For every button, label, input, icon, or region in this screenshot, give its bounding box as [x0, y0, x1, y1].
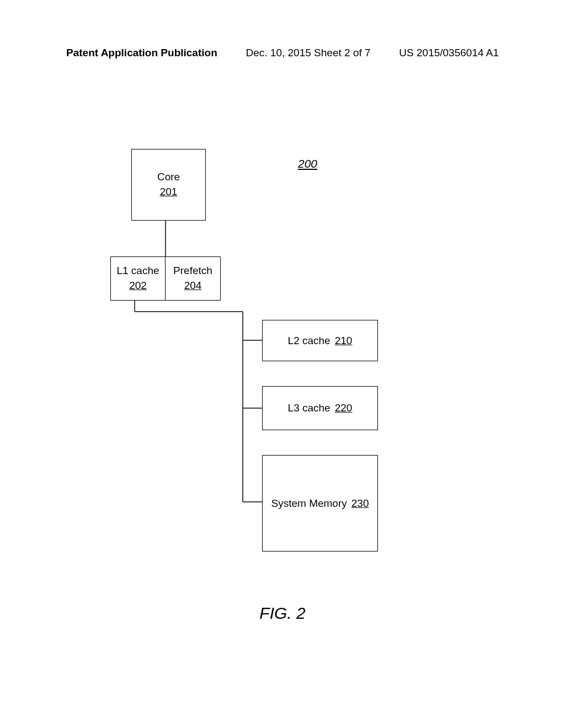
- block-sysmem-num: 230: [351, 497, 369, 510]
- block-l2-num: 210: [335, 335, 353, 347]
- page-header: Patent Application Publication Dec. 10, …: [0, 47, 565, 59]
- diagram: 200 Core 201 L1 cache 202 Prefetch 204 L…: [0, 149, 565, 590]
- block-sysmem-label: System Memory: [271, 497, 347, 510]
- figure-caption: FIG. 2: [259, 604, 305, 623]
- header-center: Dec. 10, 2015 Sheet 2 of 7: [246, 47, 371, 59]
- block-l1-label: L1 cache: [116, 264, 159, 279]
- block-prefetch-num: 204: [184, 279, 202, 293]
- block-l2-label: L2 cache: [288, 335, 331, 347]
- block-prefetch: Prefetch 204: [166, 256, 221, 301]
- block-l1-cache: L1 cache 202: [110, 256, 166, 301]
- header-right: US 2015/0356014 A1: [399, 47, 499, 59]
- block-core: Core 201: [131, 149, 206, 221]
- block-l2-cache: L2 cache 210: [262, 320, 378, 361]
- block-core-num: 201: [160, 185, 178, 200]
- block-prefetch-label: Prefetch: [173, 264, 212, 279]
- block-l3-num: 220: [335, 402, 353, 414]
- block-l3-label: L3 cache: [288, 402, 331, 414]
- block-l3-cache: L3 cache 220: [262, 386, 378, 430]
- diagram-reference-number: 200: [298, 157, 317, 170]
- block-l1-num: 202: [129, 279, 147, 293]
- header-left: Patent Application Publication: [66, 47, 217, 59]
- block-core-label: Core: [157, 170, 180, 185]
- block-system-memory: System Memory 230: [262, 455, 378, 552]
